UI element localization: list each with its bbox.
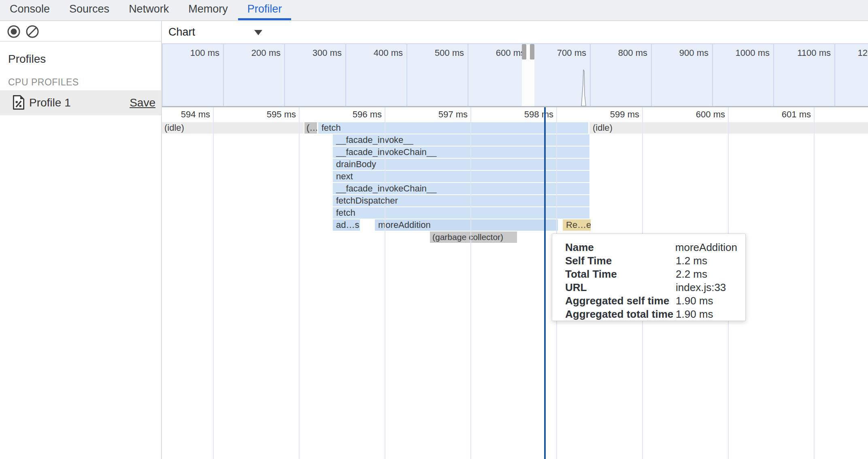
overview-tick-label: 1200 ms bbox=[858, 48, 868, 58]
ruler-tick-label: 594 ms bbox=[181, 107, 210, 122]
tooltip-value: index.js:33 bbox=[676, 281, 737, 294]
frame-tooltip: NamemoreAdditionSelf Time1.2 msTotal Tim… bbox=[552, 234, 746, 321]
tooltip-row: URLindex.js:33 bbox=[565, 281, 737, 294]
frame-bar-next[interactable]: next bbox=[333, 171, 589, 182]
chevron-down-icon bbox=[254, 30, 262, 35]
tooltip-value: 1.90 ms bbox=[676, 308, 737, 321]
time-gridline bbox=[470, 107, 471, 459]
sidebar: Profiles CPU PROFILES Profile 1 Save bbox=[0, 21, 162, 459]
tooltip-value: 1.2 ms bbox=[676, 254, 737, 268]
idle-bar: (idle) bbox=[589, 122, 868, 134]
selection-handle-right[interactable] bbox=[530, 44, 534, 60]
record-profile-button[interactable] bbox=[6, 24, 21, 39]
frame-bar-ree[interactable]: Re…e bbox=[563, 219, 591, 231]
tab-profiler[interactable]: Profiler bbox=[238, 0, 291, 20]
frame-bar-fetch[interactable]: fetch bbox=[318, 122, 588, 134]
overview-divider bbox=[468, 44, 468, 107]
tooltip-label: Aggregated total time bbox=[565, 308, 676, 321]
frame-bar-facadeinvokechain[interactable]: __facade_invokeChain__ bbox=[333, 147, 589, 158]
profiler-panel: ConsoleSourcesNetworkMemoryProfiler bbox=[0, 0, 868, 459]
overview-divider bbox=[834, 44, 835, 107]
tooltip-label: Name bbox=[565, 241, 675, 254]
cpu-profiles-section-header: CPU PROFILES bbox=[8, 77, 79, 88]
overview-divider bbox=[590, 44, 591, 107]
overview-divider bbox=[345, 44, 346, 107]
profiles-title: Profiles bbox=[8, 53, 46, 66]
profile-list-item[interactable]: Profile 1 Save bbox=[0, 90, 161, 115]
clear-profiles-button[interactable] bbox=[25, 24, 40, 39]
overview-tick-label: 200 ms bbox=[251, 48, 281, 58]
frame-bar-[interactable]: (… bbox=[304, 122, 317, 134]
overview-tick-label: 1100 ms bbox=[797, 48, 831, 58]
ruler-tick-label: 599 ms bbox=[610, 107, 639, 122]
flame-chart[interactable]: 594 ms595 ms596 ms597 ms598 ms599 ms600 … bbox=[162, 107, 868, 459]
garbage-collector-bar[interactable]: (garbage collector) bbox=[430, 232, 517, 243]
profile-name: Profile 1 bbox=[29, 96, 71, 109]
overview-tick-label: 800 ms bbox=[618, 48, 647, 58]
tooltip-value: moreAddition bbox=[675, 241, 737, 254]
time-gridline bbox=[213, 107, 214, 459]
tab-memory[interactable]: Memory bbox=[179, 0, 237, 20]
overview-selection[interactable] bbox=[522, 44, 534, 107]
ruler-tick-label: 596 ms bbox=[353, 107, 382, 122]
overview-tick-label: 900 ms bbox=[679, 48, 708, 58]
overview-divider bbox=[284, 44, 285, 107]
current-time-marker bbox=[544, 107, 546, 459]
overview-divider bbox=[651, 44, 652, 107]
overview-tick-label: 100 ms bbox=[190, 48, 219, 58]
frame-bar-moreaddition[interactable]: moreAddition bbox=[375, 219, 558, 231]
record-icon bbox=[6, 33, 21, 40]
sidebar-toolbar bbox=[0, 21, 161, 42]
selection-handle-left[interactable] bbox=[522, 44, 526, 60]
overview-divider bbox=[712, 44, 713, 107]
chart-toolbar: Chart bbox=[162, 21, 868, 43]
tooltip-row: NamemoreAddition bbox=[565, 241, 737, 254]
save-profile-link[interactable]: Save bbox=[130, 96, 155, 109]
frame-bar-facadeinvoke[interactable]: __facade_invoke__ bbox=[333, 134, 589, 146]
idle-bar: (idle) bbox=[162, 122, 304, 134]
tooltip-row: Aggregated total time1.90 ms bbox=[565, 308, 737, 321]
profile-document-icon bbox=[12, 94, 25, 112]
ruler-tick-label: 597 ms bbox=[438, 107, 468, 122]
overview-timeline[interactable]: 100 ms200 ms300 ms400 ms500 ms600 ms700 … bbox=[162, 43, 868, 106]
tab-console[interactable]: Console bbox=[0, 0, 59, 20]
ruler-tick-label: 595 ms bbox=[267, 107, 296, 122]
view-mode-select[interactable]: Chart bbox=[168, 21, 195, 43]
tooltip-row: Aggregated self time1.90 ms bbox=[565, 294, 737, 308]
tab-sources[interactable]: Sources bbox=[60, 0, 119, 20]
time-gridline bbox=[385, 107, 385, 459]
overview-tick-label: 400 ms bbox=[374, 48, 403, 58]
frame-bar-fetch[interactable]: fetch bbox=[333, 207, 589, 219]
overview-tick-label: 500 ms bbox=[435, 48, 464, 58]
tooltip-row: Self Time1.2 ms bbox=[565, 254, 737, 268]
overview-tick-label: 300 ms bbox=[313, 48, 342, 58]
tooltip-label: Self Time bbox=[565, 254, 676, 268]
overview-tick-label: 1000 ms bbox=[736, 48, 770, 58]
tooltip-label: Aggregated self time bbox=[565, 294, 676, 308]
tooltip-label: URL bbox=[565, 281, 676, 294]
view-mode-value: Chart bbox=[168, 26, 195, 38]
overview-divider bbox=[223, 44, 224, 107]
frame-bar-facadeinvokechain[interactable]: __facade_invokeChain__ bbox=[333, 183, 589, 194]
overview-tick-label: 600 ms bbox=[496, 48, 525, 58]
overview-divider bbox=[773, 44, 774, 107]
tab-network[interactable]: Network bbox=[119, 0, 178, 20]
tooltip-label: Total Time bbox=[565, 268, 676, 281]
tab-bar: ConsoleSourcesNetworkMemoryProfiler bbox=[0, 0, 868, 21]
time-gridline bbox=[814, 107, 815, 459]
ruler-tick-label: 601 ms bbox=[782, 107, 811, 122]
frame-bar-fetchdispatcher[interactable]: fetchDispatcher bbox=[333, 195, 589, 206]
tooltip-value: 1.90 ms bbox=[676, 294, 737, 308]
frame-bar-ads[interactable]: ad…s bbox=[333, 219, 360, 231]
tooltip-value: 2.2 ms bbox=[676, 268, 737, 281]
overview-divider bbox=[406, 44, 407, 107]
ruler-tick-label: 600 ms bbox=[696, 107, 725, 122]
ruler-tick-label: 598 ms bbox=[524, 107, 553, 122]
frame-bar-drainbody[interactable]: drainBody bbox=[333, 159, 589, 170]
tooltip-row: Total Time2.2 ms bbox=[565, 268, 737, 281]
overview-tick-label: 700 ms bbox=[557, 48, 586, 58]
time-gridline bbox=[299, 107, 300, 459]
clear-icon bbox=[25, 33, 40, 40]
